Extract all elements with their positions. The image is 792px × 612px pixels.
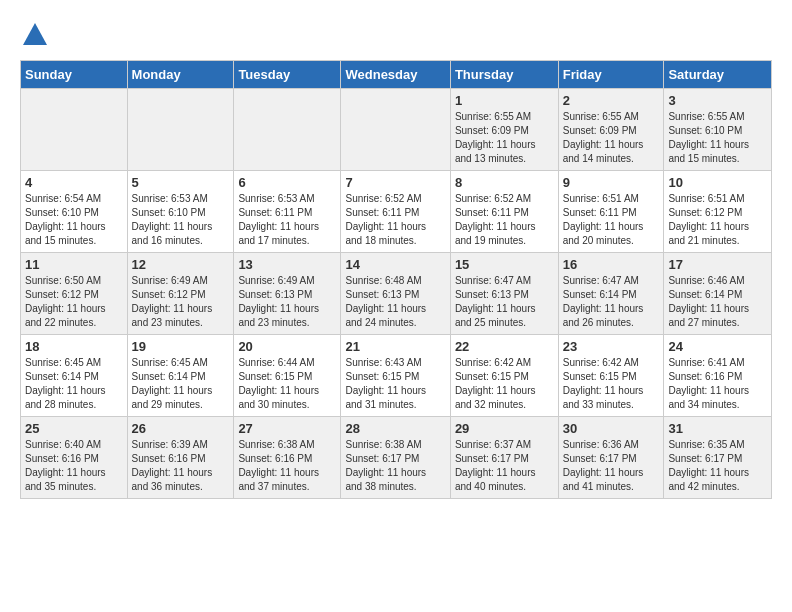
day-info: Sunrise: 6:38 AM Sunset: 6:16 PM Dayligh… (238, 438, 336, 494)
week-row-5: 25Sunrise: 6:40 AM Sunset: 6:16 PM Dayli… (21, 417, 772, 499)
day-number: 23 (563, 339, 660, 354)
day-info: Sunrise: 6:37 AM Sunset: 6:17 PM Dayligh… (455, 438, 554, 494)
day-cell: 19Sunrise: 6:45 AM Sunset: 6:14 PM Dayli… (127, 335, 234, 417)
day-number: 19 (132, 339, 230, 354)
day-info: Sunrise: 6:55 AM Sunset: 6:10 PM Dayligh… (668, 110, 767, 166)
day-info: Sunrise: 6:40 AM Sunset: 6:16 PM Dayligh… (25, 438, 123, 494)
day-number: 14 (345, 257, 445, 272)
day-info: Sunrise: 6:42 AM Sunset: 6:15 PM Dayligh… (563, 356, 660, 412)
day-info: Sunrise: 6:45 AM Sunset: 6:14 PM Dayligh… (25, 356, 123, 412)
day-number: 13 (238, 257, 336, 272)
day-info: Sunrise: 6:38 AM Sunset: 6:17 PM Dayligh… (345, 438, 445, 494)
day-number: 18 (25, 339, 123, 354)
day-number: 4 (25, 175, 123, 190)
day-number: 24 (668, 339, 767, 354)
logo-icon (20, 20, 50, 50)
day-cell: 13Sunrise: 6:49 AM Sunset: 6:13 PM Dayli… (234, 253, 341, 335)
day-cell: 16Sunrise: 6:47 AM Sunset: 6:14 PM Dayli… (558, 253, 664, 335)
day-cell: 29Sunrise: 6:37 AM Sunset: 6:17 PM Dayli… (450, 417, 558, 499)
day-number: 11 (25, 257, 123, 272)
day-info: Sunrise: 6:49 AM Sunset: 6:13 PM Dayligh… (238, 274, 336, 330)
day-cell: 20Sunrise: 6:44 AM Sunset: 6:15 PM Dayli… (234, 335, 341, 417)
day-cell: 17Sunrise: 6:46 AM Sunset: 6:14 PM Dayli… (664, 253, 772, 335)
day-cell: 25Sunrise: 6:40 AM Sunset: 6:16 PM Dayli… (21, 417, 128, 499)
day-cell: 12Sunrise: 6:49 AM Sunset: 6:12 PM Dayli… (127, 253, 234, 335)
header-cell-friday: Friday (558, 61, 664, 89)
day-number: 3 (668, 93, 767, 108)
header-row: SundayMondayTuesdayWednesdayThursdayFrid… (21, 61, 772, 89)
day-info: Sunrise: 6:48 AM Sunset: 6:13 PM Dayligh… (345, 274, 445, 330)
day-cell: 23Sunrise: 6:42 AM Sunset: 6:15 PM Dayli… (558, 335, 664, 417)
day-info: Sunrise: 6:49 AM Sunset: 6:12 PM Dayligh… (132, 274, 230, 330)
day-info: Sunrise: 6:47 AM Sunset: 6:14 PM Dayligh… (563, 274, 660, 330)
day-cell: 3Sunrise: 6:55 AM Sunset: 6:10 PM Daylig… (664, 89, 772, 171)
header-cell-monday: Monday (127, 61, 234, 89)
day-number: 8 (455, 175, 554, 190)
header-cell-wednesday: Wednesday (341, 61, 450, 89)
day-cell: 26Sunrise: 6:39 AM Sunset: 6:16 PM Dayli… (127, 417, 234, 499)
day-cell: 1Sunrise: 6:55 AM Sunset: 6:09 PM Daylig… (450, 89, 558, 171)
day-cell (21, 89, 128, 171)
header-cell-thursday: Thursday (450, 61, 558, 89)
day-cell: 9Sunrise: 6:51 AM Sunset: 6:11 PM Daylig… (558, 171, 664, 253)
day-cell: 28Sunrise: 6:38 AM Sunset: 6:17 PM Dayli… (341, 417, 450, 499)
day-cell (234, 89, 341, 171)
day-number: 22 (455, 339, 554, 354)
day-number: 25 (25, 421, 123, 436)
day-info: Sunrise: 6:54 AM Sunset: 6:10 PM Dayligh… (25, 192, 123, 248)
day-info: Sunrise: 6:47 AM Sunset: 6:13 PM Dayligh… (455, 274, 554, 330)
day-cell (341, 89, 450, 171)
day-info: Sunrise: 6:55 AM Sunset: 6:09 PM Dayligh… (455, 110, 554, 166)
header-cell-sunday: Sunday (21, 61, 128, 89)
day-cell: 22Sunrise: 6:42 AM Sunset: 6:15 PM Dayli… (450, 335, 558, 417)
day-number: 27 (238, 421, 336, 436)
day-number: 28 (345, 421, 445, 436)
day-number: 26 (132, 421, 230, 436)
day-info: Sunrise: 6:55 AM Sunset: 6:09 PM Dayligh… (563, 110, 660, 166)
day-cell: 30Sunrise: 6:36 AM Sunset: 6:17 PM Dayli… (558, 417, 664, 499)
header-cell-saturday: Saturday (664, 61, 772, 89)
day-info: Sunrise: 6:42 AM Sunset: 6:15 PM Dayligh… (455, 356, 554, 412)
header-cell-tuesday: Tuesday (234, 61, 341, 89)
day-cell: 21Sunrise: 6:43 AM Sunset: 6:15 PM Dayli… (341, 335, 450, 417)
week-row-3: 11Sunrise: 6:50 AM Sunset: 6:12 PM Dayli… (21, 253, 772, 335)
day-info: Sunrise: 6:35 AM Sunset: 6:17 PM Dayligh… (668, 438, 767, 494)
day-info: Sunrise: 6:53 AM Sunset: 6:10 PM Dayligh… (132, 192, 230, 248)
day-number: 29 (455, 421, 554, 436)
day-number: 6 (238, 175, 336, 190)
day-number: 31 (668, 421, 767, 436)
day-info: Sunrise: 6:36 AM Sunset: 6:17 PM Dayligh… (563, 438, 660, 494)
day-number: 9 (563, 175, 660, 190)
day-cell: 18Sunrise: 6:45 AM Sunset: 6:14 PM Dayli… (21, 335, 128, 417)
day-info: Sunrise: 6:53 AM Sunset: 6:11 PM Dayligh… (238, 192, 336, 248)
day-cell: 5Sunrise: 6:53 AM Sunset: 6:10 PM Daylig… (127, 171, 234, 253)
day-info: Sunrise: 6:45 AM Sunset: 6:14 PM Dayligh… (132, 356, 230, 412)
day-number: 20 (238, 339, 336, 354)
day-cell: 31Sunrise: 6:35 AM Sunset: 6:17 PM Dayli… (664, 417, 772, 499)
day-cell: 2Sunrise: 6:55 AM Sunset: 6:09 PM Daylig… (558, 89, 664, 171)
day-cell: 6Sunrise: 6:53 AM Sunset: 6:11 PM Daylig… (234, 171, 341, 253)
day-number: 17 (668, 257, 767, 272)
day-number: 7 (345, 175, 445, 190)
day-cell: 15Sunrise: 6:47 AM Sunset: 6:13 PM Dayli… (450, 253, 558, 335)
day-number: 1 (455, 93, 554, 108)
day-number: 12 (132, 257, 230, 272)
day-number: 5 (132, 175, 230, 190)
day-info: Sunrise: 6:46 AM Sunset: 6:14 PM Dayligh… (668, 274, 767, 330)
day-number: 15 (455, 257, 554, 272)
day-number: 10 (668, 175, 767, 190)
day-info: Sunrise: 6:41 AM Sunset: 6:16 PM Dayligh… (668, 356, 767, 412)
page-header (20, 20, 772, 50)
day-cell: 14Sunrise: 6:48 AM Sunset: 6:13 PM Dayli… (341, 253, 450, 335)
day-cell: 11Sunrise: 6:50 AM Sunset: 6:12 PM Dayli… (21, 253, 128, 335)
day-cell: 8Sunrise: 6:52 AM Sunset: 6:11 PM Daylig… (450, 171, 558, 253)
day-cell (127, 89, 234, 171)
calendar-table: SundayMondayTuesdayWednesdayThursdayFrid… (20, 60, 772, 499)
week-row-4: 18Sunrise: 6:45 AM Sunset: 6:14 PM Dayli… (21, 335, 772, 417)
day-info: Sunrise: 6:43 AM Sunset: 6:15 PM Dayligh… (345, 356, 445, 412)
day-info: Sunrise: 6:50 AM Sunset: 6:12 PM Dayligh… (25, 274, 123, 330)
day-info: Sunrise: 6:51 AM Sunset: 6:12 PM Dayligh… (668, 192, 767, 248)
day-cell: 7Sunrise: 6:52 AM Sunset: 6:11 PM Daylig… (341, 171, 450, 253)
day-number: 16 (563, 257, 660, 272)
day-info: Sunrise: 6:51 AM Sunset: 6:11 PM Dayligh… (563, 192, 660, 248)
